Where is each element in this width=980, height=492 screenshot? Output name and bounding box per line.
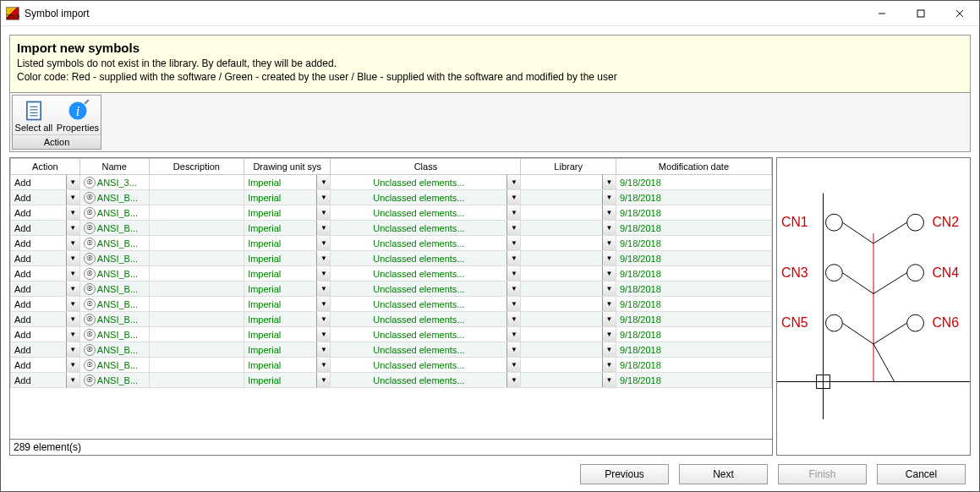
col-action[interactable]: Action [11, 159, 80, 175]
chevron-down-icon[interactable]: ▼ [316, 266, 330, 281]
chevron-down-icon[interactable]: ▼ [316, 297, 330, 311]
table-row[interactable]: Add▼⦿ANSI_B...Imperial▼Unclassed element… [11, 205, 772, 221]
chevron-down-icon[interactable]: ▼ [66, 297, 79, 311]
chevron-down-icon[interactable]: ▼ [602, 327, 616, 342]
chevron-down-icon[interactable]: ▼ [316, 327, 330, 342]
chevron-down-icon[interactable]: ▼ [602, 312, 616, 326]
chevron-down-icon[interactable]: ▼ [506, 221, 520, 235]
chevron-down-icon[interactable]: ▼ [602, 282, 616, 296]
table-row[interactable]: Add▼⦿ANSI_B...Imperial▼Unclassed element… [11, 236, 772, 251]
chevron-down-icon[interactable]: ▼ [66, 205, 79, 220]
chevron-down-icon[interactable]: ▼ [602, 190, 616, 205]
chevron-down-icon[interactable]: ▼ [602, 266, 616, 281]
chevron-down-icon[interactable]: ▼ [66, 312, 79, 326]
chevron-down-icon[interactable]: ▼ [506, 297, 520, 311]
select-all-button[interactable]: Select all [13, 96, 55, 134]
svg-line-21 [842, 273, 873, 294]
maximize-button[interactable] [901, 1, 940, 26]
chevron-down-icon[interactable]: ▼ [316, 251, 330, 265]
chevron-down-icon[interactable]: ▼ [506, 190, 520, 205]
table-row[interactable]: Add▼⦿ANSI_B...Imperial▼Unclassed element… [11, 358, 772, 373]
col-class[interactable]: Class [331, 159, 521, 175]
chevron-down-icon[interactable]: ▼ [316, 221, 330, 235]
table-row[interactable]: Add▼⦿ANSI_B...Imperial▼Unclassed element… [11, 251, 772, 266]
ribbon: Select all i Properties Action [9, 93, 971, 152]
chevron-down-icon[interactable]: ▼ [316, 282, 330, 296]
table-row[interactable]: Add▼⦿ANSI_B...Imperial▼Unclassed element… [11, 297, 772, 312]
chevron-down-icon[interactable]: ▼ [66, 282, 79, 296]
chevron-down-icon[interactable]: ▼ [506, 358, 520, 372]
chevron-down-icon[interactable]: ▼ [66, 327, 79, 342]
table-row[interactable]: Add▼⦿ANSI_B...Imperial▼Unclassed element… [11, 327, 772, 342]
chevron-down-icon[interactable]: ▼ [316, 358, 330, 372]
chevron-down-icon[interactable]: ▼ [506, 312, 520, 326]
table-row[interactable]: Add▼⦿ANSI_B...Imperial▼Unclassed element… [11, 282, 772, 297]
symbol-icon: ⦿ [84, 283, 96, 295]
table-row[interactable]: Add▼⦿ANSI_B...Imperial▼Unclassed element… [11, 342, 772, 358]
chevron-down-icon[interactable]: ▼ [66, 221, 79, 235]
col-library[interactable]: Library [521, 159, 616, 175]
chevron-down-icon[interactable]: ▼ [316, 190, 330, 205]
chevron-down-icon[interactable]: ▼ [602, 251, 616, 265]
table-row[interactable]: Add▼⦿ANSI_B...Imperial▼Unclassed element… [11, 373, 772, 388]
chevron-down-icon[interactable]: ▼ [506, 175, 520, 189]
next-button[interactable]: Next [679, 464, 768, 484]
chevron-down-icon[interactable]: ▼ [316, 312, 330, 326]
svg-line-28 [873, 344, 895, 382]
chevron-down-icon[interactable]: ▼ [506, 342, 520, 357]
svg-line-11 [85, 101, 89, 105]
col-date[interactable]: Modification date [616, 159, 771, 175]
chevron-down-icon[interactable]: ▼ [602, 373, 616, 387]
chevron-down-icon[interactable]: ▼ [66, 251, 79, 265]
chevron-down-icon[interactable]: ▼ [602, 297, 616, 311]
banner-title: Import new symbols [17, 41, 963, 55]
chevron-down-icon[interactable]: ▼ [602, 221, 616, 235]
chevron-down-icon[interactable]: ▼ [602, 358, 616, 372]
table-row[interactable]: Add▼⦿ANSI_3...Imperial▼Unclassed element… [11, 175, 772, 190]
finish-button: Finish [778, 464, 867, 484]
chevron-down-icon[interactable]: ▼ [506, 327, 520, 342]
chevron-down-icon[interactable]: ▼ [66, 266, 79, 281]
previous-button[interactable]: Previous [580, 464, 669, 484]
chevron-down-icon[interactable]: ▼ [66, 373, 79, 387]
svg-rect-4 [27, 102, 41, 120]
table-row[interactable]: Add▼⦿ANSI_B...Imperial▼Unclassed element… [11, 190, 772, 205]
chevron-down-icon[interactable]: ▼ [602, 236, 616, 250]
document-icon [22, 99, 46, 123]
chevron-down-icon[interactable]: ▼ [506, 236, 520, 250]
chevron-down-icon[interactable]: ▼ [506, 282, 520, 296]
chevron-down-icon[interactable]: ▼ [602, 175, 616, 189]
chevron-down-icon[interactable]: ▼ [66, 190, 79, 205]
chevron-down-icon[interactable]: ▼ [506, 205, 520, 220]
symbols-table: Action Name Description Drawing unit sys… [9, 157, 773, 456]
chevron-down-icon[interactable]: ▼ [66, 358, 79, 372]
table-row[interactable]: Add▼⦿ANSI_B...Imperial▼Unclassed element… [11, 312, 772, 327]
chevron-down-icon[interactable]: ▼ [506, 266, 520, 281]
col-unit[interactable]: Drawing unit sys [244, 159, 331, 175]
cancel-button[interactable]: Cancel [877, 464, 966, 484]
chevron-down-icon[interactable]: ▼ [66, 175, 79, 189]
chevron-down-icon[interactable]: ▼ [316, 175, 330, 189]
col-description[interactable]: Description [149, 159, 244, 175]
chevron-down-icon[interactable]: ▼ [506, 251, 520, 265]
chevron-down-icon[interactable]: ▼ [66, 236, 79, 250]
chevron-down-icon[interactable]: ▼ [66, 342, 79, 357]
chevron-down-icon[interactable]: ▼ [602, 342, 616, 357]
symbol-icon: ⦿ [84, 298, 96, 310]
preview-label-cn4: CN4 [932, 265, 959, 280]
chevron-down-icon[interactable]: ▼ [316, 205, 330, 220]
chevron-down-icon[interactable]: ▼ [316, 373, 330, 387]
table-scroll[interactable]: Action Name Description Drawing unit sys… [10, 158, 772, 439]
properties-button[interactable]: i Properties [55, 96, 101, 134]
table-row[interactable]: Add▼⦿ANSI_B...Imperial▼Unclassed element… [11, 266, 772, 282]
chevron-down-icon[interactable]: ▼ [602, 205, 616, 220]
chevron-down-icon[interactable]: ▼ [506, 373, 520, 387]
chevron-down-icon[interactable]: ▼ [316, 342, 330, 357]
minimize-button[interactable] [862, 1, 901, 26]
table-row[interactable]: Add▼⦿ANSI_B...Imperial▼Unclassed element… [11, 221, 772, 236]
symbol-icon: ⦿ [84, 238, 96, 249]
close-button[interactable] [940, 1, 979, 26]
banner-line-2: Color code: Red - supplied with the soft… [17, 70, 963, 84]
col-name[interactable]: Name [79, 159, 149, 175]
chevron-down-icon[interactable]: ▼ [316, 236, 330, 250]
